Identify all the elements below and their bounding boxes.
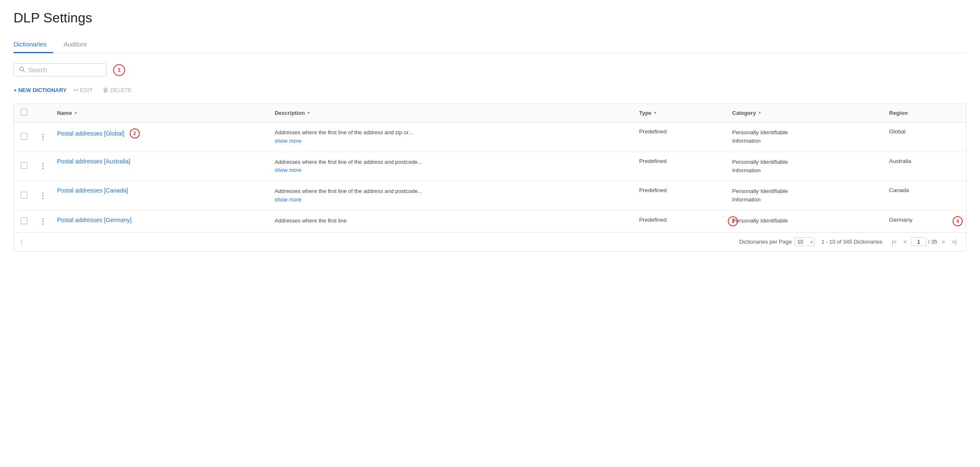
row3-name-cell: Postal addresses [Canada] bbox=[50, 181, 268, 211]
page-title: DLP Settings bbox=[14, 10, 966, 26]
per-page-label: Dictionaries per Page bbox=[739, 239, 792, 245]
row1-name-cell: Postal addresses [Global] 2 bbox=[50, 122, 268, 152]
prev-page-button[interactable]: < bbox=[901, 237, 909, 247]
svg-line-1 bbox=[23, 71, 25, 72]
col-name-header[interactable]: Name ▼ bbox=[50, 104, 268, 122]
table-row: Postal addresses [Global] 2 Addresses wh… bbox=[14, 122, 966, 152]
row3-region-cell: Canada bbox=[882, 181, 966, 211]
row4-checkbox-cell[interactable] bbox=[14, 210, 35, 232]
row2-show-more-link[interactable]: show more bbox=[275, 167, 302, 173]
row3-show-more-link[interactable]: show more bbox=[275, 196, 302, 203]
page-count-text: 1 - 10 of 345 Dictionaries bbox=[821, 239, 882, 245]
category-sort-icon: ▼ bbox=[758, 111, 762, 115]
row1-name-link[interactable]: Postal addresses [Global] bbox=[57, 130, 125, 137]
row4-name-link[interactable]: Postal addresses [Germany] bbox=[57, 217, 132, 223]
row4-context-menu-icon[interactable] bbox=[35, 217, 50, 226]
row1-show-more-link[interactable]: show more bbox=[275, 138, 302, 144]
per-page-select[interactable]: 10 25 50 100 bbox=[794, 237, 814, 246]
row1-description-cell: Addresses where the first line of the ad… bbox=[268, 122, 632, 152]
trash-icon: 🗑 bbox=[103, 87, 109, 93]
dictionaries-table: Name ▼ Description ▼ Type ▼ bbox=[14, 103, 966, 252]
select-all-checkbox-cell[interactable] bbox=[14, 104, 35, 122]
row3-name-link[interactable]: Postal addresses [Canada] bbox=[57, 187, 128, 194]
row4-type-cell: Predefined 3 bbox=[632, 210, 725, 232]
row2-type-cell: Predefined bbox=[632, 152, 725, 181]
table-row: Postal addresses [Australia] Addresses w… bbox=[14, 152, 966, 181]
row2-category-cell: Personally IdentifiableInformation bbox=[725, 152, 882, 181]
row4-badge4: 4 bbox=[953, 216, 963, 226]
col-description-header[interactable]: Description ▼ bbox=[268, 104, 632, 122]
row2-region-cell: Australia bbox=[882, 152, 966, 181]
row3-description-cell: Addresses where the first line of the ad… bbox=[268, 181, 632, 211]
footer-left-controls: 〈 bbox=[21, 238, 23, 245]
table-header-row: Name ▼ Description ▼ Type ▼ bbox=[14, 104, 966, 122]
row3-context-menu-icon[interactable] bbox=[35, 191, 50, 201]
row1-context-menu-icon[interactable] bbox=[35, 132, 50, 142]
page-input-wrapper: / 35 bbox=[911, 237, 937, 246]
select-all-checkbox[interactable] bbox=[21, 109, 27, 116]
row1-checkbox-cell[interactable] bbox=[14, 122, 35, 152]
first-page-button[interactable]: |< bbox=[889, 237, 899, 247]
tabs-bar: Dictionaries Auditors bbox=[14, 36, 966, 53]
row2-checkbox-cell[interactable] bbox=[14, 152, 35, 181]
search-toolbar: 1 bbox=[14, 63, 966, 76]
row4-region-cell: Germany 4 bbox=[882, 210, 966, 232]
total-pages: 35 bbox=[931, 239, 937, 245]
page-separator: / bbox=[928, 239, 930, 245]
search-badge: 1 bbox=[113, 64, 125, 76]
row4-checkbox[interactable] bbox=[21, 217, 27, 224]
next-page-button[interactable]: > bbox=[939, 237, 947, 247]
row4-badge3: 3 bbox=[728, 216, 738, 226]
row1-checkbox[interactable] bbox=[21, 133, 27, 140]
row1-region-cell: Global bbox=[882, 122, 966, 152]
row4-name-cell: Postal addresses [Germany] bbox=[50, 210, 268, 232]
row3-checkbox[interactable] bbox=[21, 192, 27, 198]
row1-badge: 2 bbox=[130, 128, 140, 138]
row4-category-cell: Personally Identifiable bbox=[725, 210, 882, 232]
row1-type-cell: Predefined bbox=[632, 122, 725, 152]
row1-category-cell: Personally IdentifiableInformation bbox=[725, 122, 882, 152]
row3-checkbox-cell[interactable] bbox=[14, 181, 35, 211]
per-page-control: Dictionaries per Page 10 25 50 100 bbox=[739, 237, 814, 246]
type-sort-icon: ▼ bbox=[653, 111, 657, 115]
row4-dots-cell[interactable] bbox=[35, 210, 50, 232]
row2-description-cell: Addresses where the first line of the ad… bbox=[268, 152, 632, 181]
col-type-header[interactable]: Type ▼ bbox=[632, 104, 725, 122]
tab-auditors[interactable]: Auditors bbox=[63, 36, 93, 53]
row2-context-menu-icon[interactable] bbox=[35, 161, 50, 171]
undo-icon: ↩ bbox=[74, 87, 79, 93]
row2-dots-cell[interactable] bbox=[35, 152, 50, 181]
row1-dots-cell[interactable] bbox=[35, 122, 50, 152]
search-box[interactable] bbox=[14, 63, 106, 76]
action-buttons: + NEW DICTIONARY ↩ EDIT 🗑 DELETE bbox=[14, 85, 966, 95]
last-page-button[interactable]: >| bbox=[949, 237, 959, 247]
col-category-header[interactable]: Category ▼ bbox=[725, 104, 882, 122]
row4-description-cell: Addresses where the first line bbox=[268, 210, 632, 232]
name-sort-icon: ▼ bbox=[74, 111, 78, 115]
edit-button[interactable]: ↩ EDIT bbox=[70, 85, 96, 95]
page-number-input[interactable] bbox=[911, 237, 926, 246]
table-footer: 〈 Dictionaries per Page 10 25 50 100 1 -… bbox=[14, 232, 966, 251]
row3-category-cell: Personally IdentifiableInformation bbox=[725, 181, 882, 211]
search-icon bbox=[19, 66, 25, 73]
description-sort-icon: ▼ bbox=[307, 111, 311, 115]
col-dots-header bbox=[35, 104, 50, 122]
row2-checkbox[interactable] bbox=[21, 162, 27, 169]
panel-icon: 〈 bbox=[21, 238, 23, 245]
col-region-header: Region bbox=[882, 104, 966, 122]
new-dictionary-button[interactable]: + NEW DICTIONARY bbox=[14, 85, 67, 95]
pagination-controls: |< < / 35 > >| bbox=[889, 237, 959, 247]
row2-name-link[interactable]: Postal addresses [Australia] bbox=[57, 158, 131, 165]
row3-type-cell: Predefined bbox=[632, 181, 725, 211]
row3-dots-cell[interactable] bbox=[35, 181, 50, 211]
table-row: Postal addresses [Canada] Addresses wher… bbox=[14, 181, 966, 211]
table-row: Postal addresses [Germany] Addresses whe… bbox=[14, 210, 966, 232]
tab-dictionaries[interactable]: Dictionaries bbox=[14, 36, 53, 53]
delete-button[interactable]: 🗑 DELETE bbox=[99, 85, 135, 95]
row2-name-cell: Postal addresses [Australia] bbox=[50, 152, 268, 181]
search-input[interactable] bbox=[28, 67, 101, 73]
